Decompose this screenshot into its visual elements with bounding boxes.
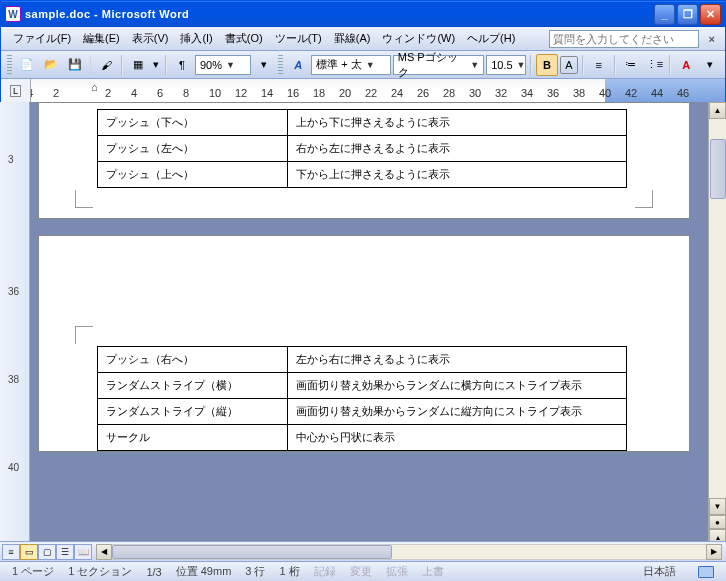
ruler-number: 6 (157, 87, 163, 99)
toolbar-chevron[interactable]: ▾ (699, 54, 721, 76)
size-select[interactable]: 10.5▼ (486, 55, 526, 75)
ruler-number: 12 (235, 87, 247, 99)
size-value: 10.5 (491, 59, 512, 71)
close-document-button[interactable]: × (705, 33, 719, 45)
scroll-track[interactable] (709, 119, 726, 498)
ruler-number: 46 (677, 87, 689, 99)
minimize-button[interactable]: _ (654, 4, 675, 25)
status-section: 1 セクション (68, 564, 132, 579)
table-cell[interactable]: ランダムストライプ（横） (98, 373, 288, 399)
table-button[interactable]: ▦ (127, 54, 149, 76)
open-button[interactable]: 📂 (40, 54, 62, 76)
menu-insert[interactable]: 挿入(I) (174, 29, 218, 48)
vertical-scrollbar[interactable]: ▲ ▼ ● ▴ ▾ (708, 102, 726, 561)
hscroll-track[interactable] (112, 544, 706, 560)
browse-object-button[interactable]: ● (709, 515, 726, 529)
table-cell[interactable]: 画面切り替え効果からランダムに横方向にストライプ表示 (288, 373, 627, 399)
menu-bar: ファイル(F) 編集(E) 表示(V) 挿入(I) 書式(O) ツール(T) 罫… (1, 27, 725, 51)
ruler-number: 32 (495, 87, 507, 99)
maximize-button[interactable]: ❐ (677, 4, 698, 25)
table-2[interactable]: プッシュ（右へ）左から右に押さえるように表示ランダムストライプ（横）画面切り替え… (97, 346, 627, 451)
status-record: 記録 (314, 564, 336, 579)
zoom-select[interactable]: 90%▼ (195, 55, 251, 75)
font-select[interactable]: MS Pゴシック▼ (393, 55, 484, 75)
view-reading-button[interactable]: 📖 (74, 544, 92, 560)
save-button[interactable]: 💾 (64, 54, 86, 76)
style-select[interactable]: 標準 + 太▼ (311, 55, 391, 75)
menu-edit[interactable]: 編集(E) (77, 29, 126, 48)
indent-marker[interactable]: ⌂ (91, 81, 98, 93)
table-cell[interactable]: プッシュ（上へ） (98, 162, 288, 188)
hscroll-thumb[interactable] (112, 545, 392, 559)
separator (121, 55, 123, 75)
spellcheck-icon[interactable] (698, 566, 714, 578)
document-canvas[interactable]: プッシュ（下へ）上から下に押さえるように表示プッシュ（左へ）右から左に押さえるよ… (30, 102, 708, 561)
menu-window[interactable]: ウィンドウ(W) (376, 29, 461, 48)
menu-view[interactable]: 表示(V) (126, 29, 175, 48)
table-dropdown[interactable]: ▾ (151, 54, 161, 76)
menu-ruled[interactable]: 罫線(A) (328, 29, 377, 48)
toolbar-grip[interactable] (278, 55, 283, 75)
table-cell[interactable]: 左から右に押さえるように表示 (288, 347, 627, 373)
table-row[interactable]: プッシュ（右へ）左から右に押さえるように表示 (98, 347, 627, 373)
table-cell[interactable]: 画面切り替え効果からランダムに縦方向にストライプ表示 (288, 399, 627, 425)
menu-format[interactable]: 書式(O) (219, 29, 269, 48)
table-row[interactable]: ランダムストライプ（横）画面切り替え効果からランダムに横方向にストライプ表示 (98, 373, 627, 399)
table-cell[interactable]: 下から上に押さえるように表示 (288, 162, 627, 188)
format-brush-button[interactable]: 🖌 (95, 54, 117, 76)
new-doc-button[interactable]: 📄 (16, 54, 38, 76)
menu-tool[interactable]: ツール(T) (269, 29, 328, 48)
font-color-button[interactable]: A (675, 54, 697, 76)
ruler-number: 42 (625, 87, 637, 99)
ruler-number: 38 (573, 87, 585, 99)
table-cell[interactable]: 中心から円状に表示 (288, 425, 627, 451)
ask-question-input[interactable] (549, 30, 699, 48)
scroll-up-button[interactable]: ▲ (709, 102, 726, 119)
ruler-number: 14 (261, 87, 273, 99)
menu-help[interactable]: ヘルプ(H) (461, 29, 521, 48)
table-1[interactable]: プッシュ（下へ）上から下に押さえるように表示プッシュ（左へ）右から左に押さえるよ… (97, 109, 627, 188)
horizontal-scrollbar[interactable]: ◀ ▶ (96, 544, 722, 560)
scroll-right-button[interactable]: ▶ (706, 544, 722, 560)
scroll-down-button[interactable]: ▼ (709, 498, 726, 515)
table-cell[interactable]: サークル (98, 425, 288, 451)
align-justify-button[interactable]: ≡ (588, 54, 610, 76)
bullet-list-button[interactable]: ⋮≡ (644, 54, 666, 76)
toolbar-grip[interactable] (7, 55, 12, 75)
bold-button[interactable]: B (536, 54, 558, 76)
ruler-number: 2 (53, 87, 59, 99)
show-marks-button[interactable]: ¶ (171, 54, 193, 76)
ruler-number: 36 (547, 87, 559, 99)
tab-type-button[interactable]: L (10, 85, 21, 97)
table-cell[interactable]: プッシュ（下へ） (98, 110, 288, 136)
table-cell[interactable]: ランダムストライプ（縦） (98, 399, 288, 425)
scroll-left-button[interactable]: ◀ (96, 544, 112, 560)
ruler-corner: L (1, 79, 31, 102)
horizontal-ruler[interactable]: ⌂ 42246810121416182022242628303234363840… (31, 79, 725, 102)
numbered-list-button[interactable]: ≔ (620, 54, 642, 76)
menu-file[interactable]: ファイル(F) (7, 29, 77, 48)
scroll-thumb[interactable] (710, 139, 726, 199)
table-cell[interactable]: 上から下に押さえるように表示 (288, 110, 627, 136)
ruler-number: 22 (365, 87, 377, 99)
font-style-icon[interactable]: A (287, 54, 309, 76)
close-button[interactable]: ✕ (700, 4, 721, 25)
chevron-down-icon: ▼ (226, 60, 235, 70)
char-border-button[interactable]: A (560, 56, 578, 74)
view-print-button[interactable]: ▭ (20, 544, 38, 560)
table-row[interactable]: プッシュ（下へ）上から下に押さえるように表示 (98, 110, 627, 136)
view-outline-button[interactable]: ☰ (56, 544, 74, 560)
table-cell[interactable]: 右から左に押さえるように表示 (288, 136, 627, 162)
ruler-number: 16 (287, 87, 299, 99)
table-row[interactable]: プッシュ（左へ）右から左に押さえるように表示 (98, 136, 627, 162)
view-web-button[interactable]: ▢ (38, 544, 56, 560)
table-row[interactable]: サークル中心から円状に表示 (98, 425, 627, 451)
table-row[interactable]: プッシュ（上へ）下から上に押さえるように表示 (98, 162, 627, 188)
vertical-ruler[interactable]: 3363840 (0, 102, 30, 561)
table-cell[interactable]: プッシュ（右へ） (98, 347, 288, 373)
status-extend: 拡張 (386, 564, 408, 579)
view-normal-button[interactable]: ≡ (2, 544, 20, 560)
toolbar-chevron[interactable]: ▾ (253, 54, 275, 76)
table-row[interactable]: ランダムストライプ（縦）画面切り替え効果からランダムに縦方向にストライプ表示 (98, 399, 627, 425)
table-cell[interactable]: プッシュ（左へ） (98, 136, 288, 162)
